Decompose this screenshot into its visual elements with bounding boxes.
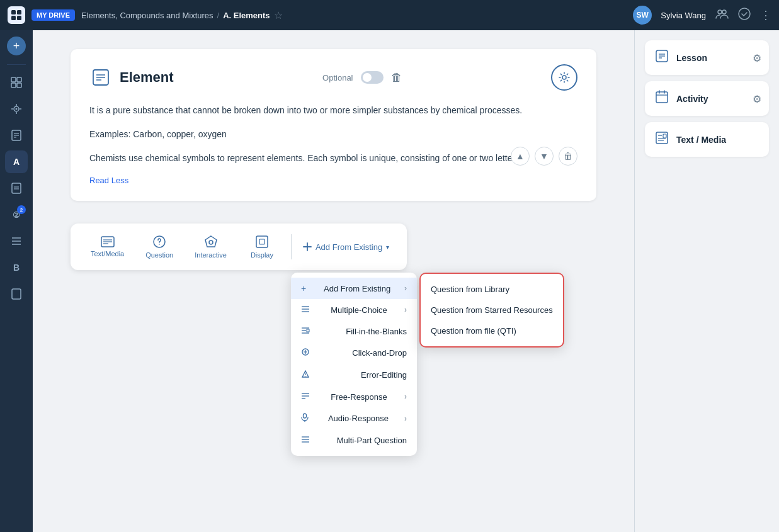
activity-gear-icon[interactable]: ⚙	[753, 93, 761, 105]
svg-point-4	[718, 10, 722, 14]
dropdown-add-existing-label: Add From Existing	[324, 284, 390, 293]
star-icon[interactable]: ☆	[274, 9, 283, 21]
panel-card-text-media[interactable]: Text / Media	[645, 122, 769, 157]
sidebar-item-file[interactable]	[5, 177, 28, 200]
toolbar-text-media-label: Text/Media	[91, 250, 124, 258]
dropdown-audio-response-label: Audio-Response	[328, 414, 389, 423]
sidebar-item-letter-a[interactable]: A	[5, 150, 28, 173]
right-panel: Lesson ⚙ Activity ⚙ Text / Media	[634, 30, 779, 532]
toolbar-container: Text/Media Question Interactive	[71, 213, 596, 270]
svg-rect-42	[259, 239, 264, 244]
dropdown-free-response[interactable]: Free-Response ›	[291, 386, 417, 407]
svg-rect-2	[11, 16, 16, 20]
check-circle-icon[interactable]	[737, 7, 751, 24]
svg-rect-60	[304, 414, 307, 418]
text-media-icon	[655, 131, 669, 148]
settings-button[interactable]	[551, 64, 577, 91]
sidebar-divider	[7, 64, 26, 65]
nav-up-button[interactable]: ▲	[511, 147, 530, 166]
arrow-right-icon: ›	[404, 284, 407, 293]
sidebar-item-numbered[interactable]: ② 2	[5, 203, 28, 226]
sidebar-item-components[interactable]	[5, 98, 28, 120]
toolbar-display[interactable]: Display	[237, 230, 287, 264]
add-existing-label: Add From Existing	[316, 242, 382, 252]
text-media-label: Text / Media	[676, 135, 726, 145]
lesson-label: Lesson	[676, 53, 707, 63]
optional-toggle[interactable]	[361, 71, 384, 84]
activity-icon	[655, 90, 669, 107]
dropdown-click-drop[interactable]: Click-and-Drop	[291, 342, 417, 364]
sidebar-badge: 2	[17, 205, 26, 214]
dropdown-add-from-existing[interactable]: + Add From Existing ›	[291, 278, 417, 299]
sidebar-item-list[interactable]	[5, 230, 28, 252]
error-editing-icon	[301, 370, 310, 380]
content-area: Element Optional 🗑 ▲ ▼ 🗑 It is a pure su…	[33, 30, 634, 532]
panel-card-lesson[interactable]: Lesson ⚙	[645, 40, 769, 75]
avatar: SW	[633, 6, 652, 25]
sls-logo	[8, 6, 25, 24]
toolbar-display-label: Display	[251, 251, 273, 259]
dropdown-error-editing-label: Error-Editing	[361, 370, 407, 380]
nav-down-button[interactable]: ▼	[535, 147, 554, 166]
svg-rect-27	[12, 289, 21, 299]
dropdown-fill-blanks[interactable]: Fill-in-the-Blanks	[291, 320, 417, 342]
people-icon[interactable]	[715, 7, 729, 24]
svg-marker-39	[205, 236, 217, 247]
sidebar-item-page[interactable]	[5, 283, 28, 305]
dropdown-multi-part[interactable]: Multi-Part Question	[291, 429, 417, 451]
chevron-down-icon: ▾	[386, 244, 389, 251]
left-sidebar: + A ② 2 B	[0, 30, 33, 532]
svg-rect-50	[307, 329, 309, 332]
breadcrumb-sep: /	[217, 11, 220, 20]
add-existing-button[interactable]: Add From Existing ▾	[295, 237, 397, 257]
toolbar-text-media[interactable]: Text/Media	[81, 231, 134, 263]
lesson-gear-icon[interactable]: ⚙	[753, 52, 761, 64]
svg-point-40	[209, 241, 213, 244]
element-header: Element Optional 🗑	[89, 64, 577, 91]
content-text-2: Examples: Carbon, copper, oxygen	[89, 127, 577, 142]
sub-dropdown-library[interactable]: Question from Library	[421, 279, 563, 300]
read-less-button[interactable]: Read Less	[89, 176, 128, 185]
breadcrumb-current: A. Elements	[223, 11, 270, 20]
mic-icon	[301, 413, 309, 424]
delete-button[interactable]: 🗑	[391, 71, 402, 84]
topnav-right: SW Sylvia Wang ⋮	[633, 6, 771, 25]
username: Sylvia Wang	[661, 11, 706, 20]
element-card: Element Optional 🗑 ▲ ▼ 🗑 It is a pure su…	[71, 49, 596, 201]
dropdown-multiple-choice-label: Multiple-Choice	[331, 305, 387, 315]
svg-rect-75	[663, 134, 666, 138]
arrow-right-icon-4: ›	[404, 414, 407, 423]
dropdown-error-editing[interactable]: Error-Editing	[291, 364, 417, 386]
optional-label: Optional	[322, 73, 353, 82]
more-icon[interactable]: ⋮	[760, 8, 771, 22]
svg-rect-3	[17, 16, 21, 20]
svg-point-32	[562, 76, 566, 79]
dropdown-free-response-label: Free-Response	[331, 392, 387, 402]
nav-delete-button[interactable]: 🗑	[559, 147, 577, 166]
element-icon	[89, 66, 112, 89]
my-drive-tag[interactable]: MY DRIVE	[31, 9, 75, 21]
breadcrumb-parent[interactable]: Elements, Compounds and Mixtures	[81, 11, 213, 20]
element-controls: Optional 🗑	[322, 71, 402, 84]
toolbar-question-label: Question	[145, 251, 173, 259]
toolbar: Text/Media Question Interactive	[71, 224, 407, 270]
sidebar-item-grid[interactable]	[5, 71, 28, 94]
svg-point-6	[739, 8, 750, 20]
toolbar-interactive[interactable]: Interactive	[185, 230, 237, 264]
content-text-3: Chemists use chemical symbols to represe…	[89, 151, 577, 166]
dropdown-multiple-choice[interactable]: Multiple-Choice ›	[291, 299, 417, 320]
sidebar-item-doc[interactable]	[5, 124, 28, 147]
svg-rect-69	[656, 92, 668, 103]
arrow-right-icon-2: ›	[404, 305, 407, 314]
add-button[interactable]: +	[7, 37, 26, 55]
sub-dropdown-starred[interactable]: Question from Starred Resources	[421, 300, 563, 320]
panel-card-activity[interactable]: Activity ⚙	[645, 81, 769, 116]
dropdown-click-drop-label: Click-and-Drop	[352, 348, 407, 358]
sub-dropdown-file[interactable]: Question from file (QTI)	[421, 320, 563, 341]
fill-blanks-icon	[301, 326, 310, 336]
toolbar-interactive-label: Interactive	[195, 251, 227, 259]
lesson-icon	[655, 49, 669, 66]
sidebar-item-letter-b[interactable]: B	[5, 256, 28, 279]
toolbar-question[interactable]: Question	[134, 230, 185, 264]
dropdown-audio-response[interactable]: Audio-Response ›	[291, 407, 417, 429]
